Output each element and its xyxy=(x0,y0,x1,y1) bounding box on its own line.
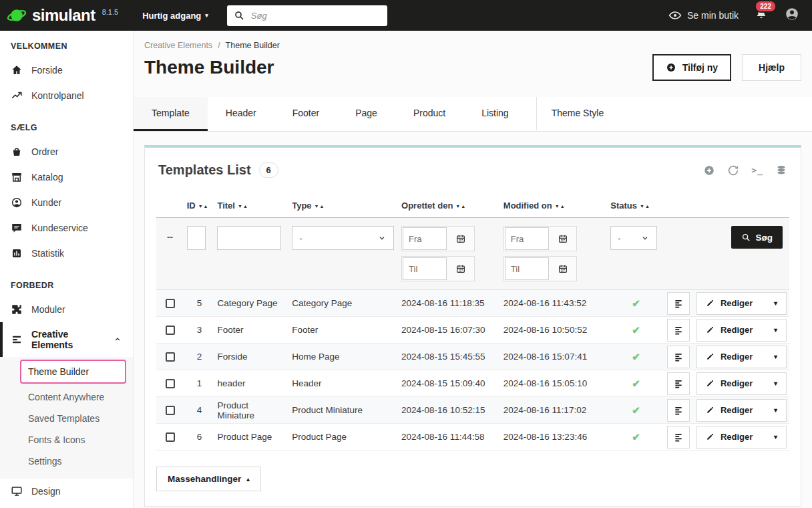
calendar-button[interactable] xyxy=(550,257,576,280)
sidebar-item-katalog[interactable]: Katalog xyxy=(0,164,133,190)
add-new-button[interactable]: Tilføj ny xyxy=(652,54,731,81)
notifications-button[interactable]: 222 xyxy=(755,7,768,23)
sql-query-icon-button[interactable]: >_ xyxy=(751,165,763,175)
row-layout-button[interactable] xyxy=(667,426,690,449)
sidebar-item-moduler[interactable]: Moduler xyxy=(0,297,133,322)
sidebar-item-kontrolpanel[interactable]: Kontrolpanel xyxy=(0,83,133,108)
dropdown-caret-icon[interactable]: ▾ xyxy=(774,406,777,414)
sort-icons[interactable]: ▼▲ xyxy=(555,204,566,209)
row-layout-button[interactable] xyxy=(667,346,690,368)
filter-type-select[interactable]: - xyxy=(292,226,394,250)
filter-modified-to-input[interactable] xyxy=(505,257,549,280)
col-modified[interactable]: Modified on▼▲ xyxy=(501,198,608,218)
row-checkbox[interactable] xyxy=(166,326,175,335)
status-enabled-icon[interactable]: ✔ xyxy=(632,431,640,442)
search-icon xyxy=(741,233,751,242)
sidebar-item-ordrer[interactable]: Ordrer xyxy=(0,139,133,164)
sidebar-item-levering[interactable]: Levering xyxy=(0,504,133,508)
view-shop-link[interactable]: Se min butik xyxy=(668,9,739,22)
dropdown-caret-icon[interactable]: ▾ xyxy=(774,433,777,440)
tab-listing[interactable]: Listing xyxy=(463,97,526,131)
col-status[interactable]: Status▼▲ xyxy=(608,198,664,218)
bulk-placeholder: -- xyxy=(159,232,173,242)
row-checkbox[interactable] xyxy=(166,299,175,308)
sidebar-item-creative-elements[interactable]: Creative Elements xyxy=(0,322,133,357)
filter-modified-from-input[interactable] xyxy=(505,227,549,250)
dropdown-caret-icon[interactable]: ▾ xyxy=(774,353,777,360)
help-button[interactable]: Hjælp xyxy=(742,54,801,81)
filter-created-from-input[interactable] xyxy=(403,227,447,250)
calendar-button[interactable] xyxy=(447,227,474,250)
add-icon-button[interactable] xyxy=(703,164,715,176)
bulk-actions-button[interactable]: Massehandlinger ▴ xyxy=(156,467,261,491)
col-type[interactable]: Type▼▲ xyxy=(289,198,399,218)
sidebar-item-forside[interactable]: Forside xyxy=(0,57,133,83)
edit-button[interactable]: Rediger▾ xyxy=(696,319,787,342)
edit-button[interactable]: Rediger▾ xyxy=(696,292,787,315)
row-checkbox[interactable] xyxy=(166,406,175,415)
filter-status-select[interactable]: - xyxy=(610,226,657,250)
sidebar-item-kunder[interactable]: Kunder xyxy=(0,190,133,215)
sort-icons[interactable]: ▼▲ xyxy=(455,204,466,209)
status-enabled-icon[interactable]: ✔ xyxy=(632,324,640,336)
cell-id: 5 xyxy=(184,290,215,317)
sort-icons[interactable]: ▼▲ xyxy=(238,204,248,209)
status-enabled-icon[interactable]: ✔ xyxy=(632,297,640,309)
tab-product[interactable]: Product xyxy=(395,97,463,131)
col-created[interactable]: Oprettet den▼▲ xyxy=(399,198,501,218)
row-checkbox[interactable] xyxy=(166,352,175,362)
row-checkbox[interactable] xyxy=(166,432,175,442)
submenu-item-settings[interactable]: Settings xyxy=(0,451,133,472)
creative-elements-submenu: Theme Builder Content Anywhere Saved Tem… xyxy=(0,357,133,479)
col-title[interactable]: Titel▼▲ xyxy=(214,198,289,218)
export-icon-button[interactable] xyxy=(775,164,787,176)
breadcrumb-parent[interactable]: Creative Elements xyxy=(144,41,212,50)
sort-icons[interactable]: ▼▲ xyxy=(198,204,209,209)
brand-logo[interactable]: simulant 8.1.5 xyxy=(0,0,125,31)
quick-access-dropdown[interactable]: Hurtig adgang ▾ xyxy=(142,11,208,21)
dropdown-caret-icon[interactable]: ▾ xyxy=(774,380,777,387)
submenu-item-fonts-icons[interactable]: Fonts & Icons xyxy=(0,429,133,451)
search-input[interactable] xyxy=(250,10,381,21)
search-submit-button[interactable]: Søg xyxy=(731,226,783,249)
filter-id-input[interactable] xyxy=(187,226,206,250)
dropdown-caret-icon[interactable]: ▾ xyxy=(774,326,777,334)
panel-title: Templates List xyxy=(158,162,251,178)
sidebar-item-design[interactable]: Design xyxy=(0,479,133,504)
col-id[interactable]: ID▼▲ xyxy=(184,198,215,218)
refresh-icon-button[interactable] xyxy=(727,164,739,176)
calendar-button[interactable] xyxy=(550,227,576,250)
sort-icons[interactable]: ▼▲ xyxy=(640,204,650,209)
submenu-item-content-anywhere[interactable]: Content Anywhere xyxy=(0,386,133,408)
edit-button[interactable]: Rediger▾ xyxy=(696,426,787,449)
tab-footer[interactable]: Footer xyxy=(274,97,337,131)
sort-icons[interactable]: ▼▲ xyxy=(315,204,325,209)
status-enabled-icon[interactable]: ✔ xyxy=(632,351,640,362)
edit-button[interactable]: Rediger▾ xyxy=(696,346,787,368)
dropdown-caret-icon[interactable]: ▾ xyxy=(774,299,777,307)
edit-button[interactable]: Rediger▾ xyxy=(696,399,787,422)
submenu-item-theme-builder[interactable]: Theme Builder xyxy=(20,360,126,384)
calendar-button[interactable] xyxy=(447,257,474,280)
global-search[interactable] xyxy=(227,5,387,26)
plus-circle-icon xyxy=(666,62,676,73)
row-layout-button[interactable] xyxy=(667,292,690,315)
tab-header[interactable]: Header xyxy=(208,97,274,131)
row-layout-button[interactable] xyxy=(667,319,690,342)
filter-title-input[interactable] xyxy=(217,226,281,250)
tab-template[interactable]: Template xyxy=(134,97,208,131)
status-enabled-icon[interactable]: ✔ xyxy=(632,404,640,416)
sidebar-item-kundeservice[interactable]: Kundeservice xyxy=(0,215,133,241)
status-enabled-icon[interactable]: ✔ xyxy=(632,378,640,389)
submenu-item-saved-templates[interactable]: Saved Templates xyxy=(0,408,133,429)
tab-page[interactable]: Page xyxy=(337,97,395,131)
row-checkbox[interactable] xyxy=(166,379,175,388)
account-menu-button[interactable] xyxy=(784,6,800,25)
edit-button[interactable]: Rediger▾ xyxy=(696,372,787,395)
row-layout-button[interactable] xyxy=(667,372,690,395)
row-layout-button[interactable] xyxy=(667,399,690,422)
sidebar-item-statistik[interactable]: Statistik xyxy=(0,241,133,266)
cell-title: Product Miniature xyxy=(214,397,289,424)
filter-created-to-input[interactable] xyxy=(403,257,447,280)
tab-theme-style[interactable]: Theme Style xyxy=(536,97,622,131)
